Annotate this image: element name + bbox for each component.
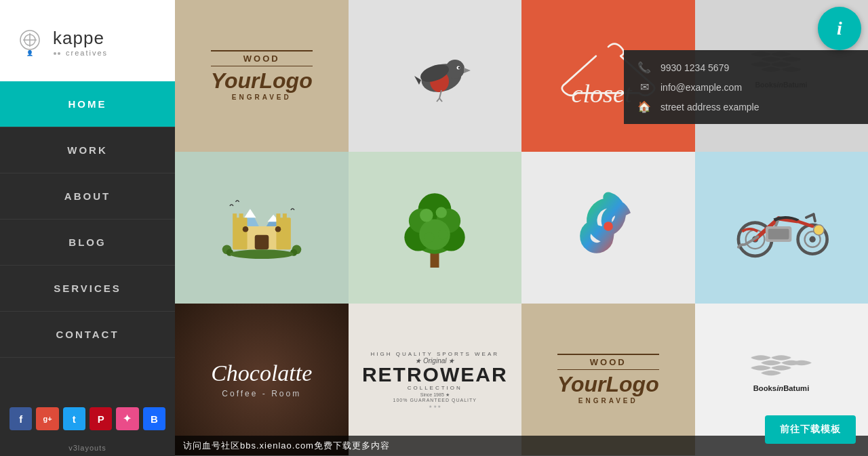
twitter-icon[interactable]: t bbox=[63, 407, 85, 430]
grid-cell-tree[interactable] bbox=[349, 152, 522, 304]
svg-rect-29 bbox=[276, 213, 280, 220]
main-content: i 📞 9930 1234 5679 ✉ info@example.com 🏠 … bbox=[175, 0, 868, 456]
svg-text:BooksinBatumi: BooksinBatumi bbox=[753, 384, 810, 392]
main-nav: HOME WORK ABOUT BLOG SERVICES CONTACT bbox=[0, 81, 175, 396]
nav-services[interactable]: SERVICES bbox=[0, 266, 175, 312]
svg-line-17 bbox=[439, 98, 442, 102]
grid-cell-bird[interactable] bbox=[349, 0, 522, 152]
contact-popup: 📞 9930 1234 5679 ✉ info@example.com 🏠 st… bbox=[624, 50, 868, 124]
svg-point-33 bbox=[275, 226, 281, 232]
dribbble-icon[interactable]: ✦ bbox=[116, 407, 138, 430]
email-text: info@example.com bbox=[660, 82, 742, 93]
address-icon: 🏠 bbox=[637, 100, 651, 113]
sidebar-watermark: v3layouts bbox=[0, 441, 175, 456]
svg-point-66 bbox=[814, 225, 824, 235]
castle-logo bbox=[214, 186, 309, 270]
logo-icon: 👤 bbox=[14, 26, 46, 59]
wood-logo-design: WOOD YourLogo ENGRAVED bbox=[204, 43, 319, 109]
svg-rect-28 bbox=[239, 213, 243, 220]
info-button[interactable]: i bbox=[818, 7, 861, 50]
phone-row: 📞 9930 1234 5679 bbox=[637, 61, 854, 74]
books-logo-2: BooksinBatumi bbox=[741, 341, 822, 418]
svg-point-48 bbox=[436, 207, 447, 218]
phone-icon: 📞 bbox=[637, 61, 651, 74]
phone-text: 9930 1234 5679 bbox=[660, 62, 729, 73]
behance-icon[interactable]: B bbox=[143, 407, 165, 430]
svg-point-50 bbox=[438, 230, 448, 240]
svg-point-51 bbox=[604, 222, 613, 231]
logo-name: kappe bbox=[53, 28, 108, 49]
email-icon: ✉ bbox=[637, 81, 651, 94]
svg-rect-27 bbox=[233, 213, 237, 220]
bottom-watermark: 访问血号社区bbs.xienlao.com免费下载更多内容 bbox=[175, 436, 868, 456]
moto-logo bbox=[727, 192, 835, 263]
grid-cell-castle[interactable] bbox=[175, 152, 349, 304]
svg-line-65 bbox=[814, 214, 815, 221]
svg-marker-22 bbox=[244, 209, 256, 217]
svg-point-32 bbox=[242, 226, 248, 232]
svg-rect-63 bbox=[768, 229, 789, 239]
facebook-icon[interactable]: f bbox=[9, 407, 32, 430]
sidebar: 👤 kappe creatives HOME WORK ABOUT BLOG S… bbox=[0, 0, 175, 456]
grid-cell-moto[interactable] bbox=[695, 152, 869, 304]
nav-work[interactable]: WORK bbox=[0, 127, 175, 173]
bird-logo bbox=[391, 41, 479, 111]
wood-logo-design-2: WOOD YourLogo ENGRAVED bbox=[551, 347, 666, 413]
svg-marker-10 bbox=[464, 68, 471, 73]
email-row: ✉ info@example.com bbox=[637, 81, 854, 94]
chocolatte-logo: Chocolatte Coffee - Room bbox=[211, 360, 312, 398]
svg-point-47 bbox=[420, 209, 433, 222]
nav-blog[interactable]: BLOG bbox=[0, 220, 175, 266]
svg-rect-26 bbox=[276, 217, 290, 249]
svg-marker-14 bbox=[414, 76, 421, 85]
google-plus-icon[interactable]: g+ bbox=[36, 407, 58, 430]
download-button[interactable]: 前往下载模板 bbox=[765, 415, 856, 444]
grid-cell-swirl[interactable] bbox=[521, 152, 695, 304]
logo-text: kappe creatives bbox=[53, 28, 108, 57]
info-icon: i bbox=[837, 18, 842, 39]
nav-home[interactable]: HOME bbox=[0, 81, 175, 127]
address-row: 🏠 street address example bbox=[637, 100, 854, 113]
nav-about[interactable]: ABOUT bbox=[0, 173, 175, 220]
grid-cell-wood-logo-1[interactable]: WOOD YourLogo ENGRAVED bbox=[175, 0, 349, 152]
social-bar: f g+ t P ✦ B bbox=[0, 396, 175, 441]
svg-point-57 bbox=[810, 236, 816, 243]
svg-point-38 bbox=[230, 249, 294, 259]
svg-rect-30 bbox=[283, 213, 287, 220]
svg-point-6 bbox=[58, 52, 60, 55]
logo-sub: creatives bbox=[53, 49, 108, 57]
svg-rect-25 bbox=[233, 217, 247, 249]
svg-text:👤: 👤 bbox=[26, 49, 33, 56]
svg-rect-31 bbox=[254, 235, 269, 249]
logo-area: 👤 kappe creatives bbox=[0, 0, 175, 81]
tree-logo bbox=[391, 179, 479, 276]
svg-point-49 bbox=[425, 232, 435, 243]
grid-cell-wood-logo-2[interactable]: WOOD YourLogo ENGRAVED bbox=[521, 304, 695, 455]
address-text: street address example bbox=[660, 102, 760, 112]
nav-contact[interactable]: CONTACT bbox=[0, 312, 175, 358]
grid-cell-retrowear[interactable]: HIGH QUALITY SPORTS WEAR ★ Original ★ RE… bbox=[349, 304, 522, 455]
retrowear-logo: HIGH QUALITY SPORTS WEAR ★ Original ★ RE… bbox=[362, 351, 508, 409]
pinterest-icon[interactable]: P bbox=[90, 407, 112, 430]
svg-point-12 bbox=[458, 67, 460, 69]
svg-point-5 bbox=[54, 52, 56, 55]
swirl-logo bbox=[568, 186, 649, 270]
grid-cell-chocolatte[interactable]: Chocolatte Coffee - Room bbox=[175, 304, 349, 455]
